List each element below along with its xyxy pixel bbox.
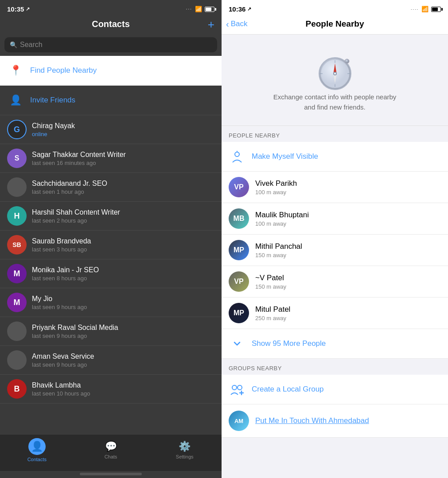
search-placeholder: Search — [20, 41, 43, 49]
invite-friends-item[interactable]: 👤 Invite Friends — [0, 86, 222, 115]
signal-dots-left: ··· — [186, 7, 192, 12]
avatar-vivek: VP — [229, 177, 249, 197]
person-item-mithil[interactable]: MP Mithil Panchal 150 m away — [222, 235, 448, 266]
avatar-priyank — [7, 321, 27, 341]
avatar-maulik: MB — [229, 208, 249, 229]
people-nearby-section-header: PEOPLE NEARBY — [222, 126, 448, 142]
contact-item-monika[interactable]: M Monika Jain - Jr SEO last seen 8 hours… — [0, 259, 222, 288]
put-me-in-touch-item[interactable]: AM Put Me In Touch With Ahmedabad — [222, 404, 448, 438]
signal-dots-right: ···· — [411, 7, 419, 12]
find-people-label: Find People Nearby — [30, 66, 97, 75]
svg-point-14 — [232, 385, 237, 390]
avatar-mithil: MP — [229, 240, 249, 260]
page-title-right: People Nearby — [229, 19, 441, 29]
invite-icon: 👤 — [7, 92, 24, 109]
person-item-mitul[interactable]: MP Mitul Patel 250 m away — [222, 298, 448, 329]
compass-icon — [315, 52, 355, 92]
make-visible-icon — [229, 148, 245, 165]
right-panel: 10:36 ↗ ···· 📶 ‹ Back People Nearby — [222, 0, 448, 478]
contact-info-sagar: Sagar Thakkar Content Writer last seen 1… — [32, 151, 126, 166]
left-status-bar: 10:35 ↗ ··· 📶 — [0, 0, 222, 16]
wifi-icon-right: 📶 — [421, 6, 429, 12]
back-button[interactable]: ‹ Back — [226, 19, 247, 29]
nav-chats[interactable]: 💬 Chats — [74, 441, 148, 459]
create-group-label: Create a Local Group — [252, 385, 324, 394]
contact-item-saurab[interactable]: SB Saurab Brandveda last seen 3 hours ag… — [0, 231, 222, 259]
svg-point-10 — [334, 73, 336, 74]
right-status-icons: ···· 📶 — [411, 6, 441, 12]
contact-info-monika: Monika Jain - Jr SEO last seen 8 hours a… — [32, 266, 99, 282]
person-item-maulik[interactable]: MB Maulik Bhuptani 100 m away — [222, 203, 448, 235]
svg-point-12 — [235, 152, 239, 157]
contacts-nav-icon: 👤 — [28, 438, 46, 455]
chats-nav-icon: 💬 — [105, 441, 117, 452]
avatar-monika: M — [7, 264, 27, 283]
left-status-icons: ··· 📶 — [186, 6, 214, 12]
contact-item-myjio[interactable]: M My Jio last seen 9 hours ago — [0, 288, 222, 317]
show-more-people-item[interactable]: Show 95 More People — [222, 329, 448, 359]
add-contact-button[interactable]: + — [208, 19, 214, 30]
left-panel: 10:35 ↗ ··· 📶 Contacts + 🔍 Search 📍 Find… — [0, 0, 222, 478]
hero-description: Exchange contact info with people nearby… — [273, 92, 397, 112]
nav-contacts[interactable]: 👤 Contacts — [0, 438, 74, 462]
people-nearby-title: PEOPLE NEARBY — [229, 132, 280, 139]
contact-info-harshil: Harshil Shah Content Writer last seen 2 … — [32, 208, 120, 224]
make-visible-item[interactable]: Make Myself Visible — [222, 142, 448, 172]
avatar-bhavik: B — [7, 379, 27, 399]
location-arrow-left: ↗ — [26, 6, 30, 12]
avatar-put-me: AM — [229, 411, 249, 431]
contact-info-priyank: Priyank Raval Social Media last seen 9 h… — [32, 324, 118, 339]
search-icon: 🔍 — [10, 41, 17, 48]
contact-item-priyank[interactable]: Priyank Raval Social Media last seen 9 h… — [0, 317, 222, 346]
groups-nearby-title: GROUPS NEARBY — [229, 365, 282, 372]
avatar-harshil: H — [7, 206, 27, 226]
groups-nearby-section-header: GROUPS NEARBY — [222, 359, 448, 375]
avatar-vpatel: VP — [229, 271, 249, 292]
show-more-label: Show 95 More People — [252, 339, 326, 348]
contact-item-bhavik[interactable]: B Bhavik Lambha last seen 10 hours ago — [0, 375, 222, 404]
contact-info-saurab: Saurab Brandveda last seen 3 hours ago — [32, 237, 91, 253]
people-nearby-list: Make Myself Visible VP Vivek Parikh 100 … — [222, 142, 448, 359]
search-bar[interactable]: 🔍 Search — [4, 37, 217, 52]
contact-info-myjio: My Jio last seen 9 hours ago — [32, 295, 87, 310]
settings-nav-label: Settings — [176, 454, 194, 459]
avatar-aman — [7, 350, 27, 370]
right-header: ‹ Back People Nearby — [222, 16, 448, 35]
battery-icon-right — [431, 7, 441, 12]
back-label: Back — [231, 20, 248, 28]
avatar-sagar: S — [7, 149, 27, 168]
person-info-mithil: Mithil Panchal 150 m away — [255, 242, 302, 259]
contact-item-sachchidanand[interactable]: Sachchidanand Jr. SEO last seen 1 hour a… — [0, 173, 222, 202]
left-header: Contacts + — [0, 16, 222, 35]
person-item-vivek[interactable]: VP Vivek Parikh 100 m away — [222, 172, 448, 203]
create-local-group-item[interactable]: Create a Local Group — [222, 375, 448, 404]
find-people-nearby-item[interactable]: 📍 Find People Nearby — [0, 56, 222, 86]
chats-nav-label: Chats — [105, 454, 117, 459]
contact-item-sagar[interactable]: S Sagar Thakkar Content Writer last seen… — [0, 144, 222, 173]
chevron-left-icon: ‹ — [226, 19, 229, 29]
svg-point-11 — [345, 59, 349, 63]
settings-nav-icon: ⚙️ — [179, 441, 191, 452]
make-visible-label: Make Myself Visible — [252, 152, 318, 161]
avatar-chirag: G — [7, 120, 27, 139]
person-info-vpatel: ~V Patel 150 m away — [255, 274, 286, 290]
right-time: 10:36 ↗ — [229, 5, 251, 13]
invite-friends-label: Invite Friends — [30, 96, 75, 105]
svg-point-15 — [238, 385, 242, 390]
contacts-menu-list: 📍 Find People Nearby 👤 Invite Friends G … — [0, 56, 222, 434]
contact-item-harshil[interactable]: H Harshil Shah Content Writer last seen … — [0, 202, 222, 231]
create-group-icon — [229, 381, 245, 398]
person-info-vivek: Vivek Parikh 100 m away — [255, 179, 297, 196]
chevron-down-icon — [229, 335, 245, 352]
nav-settings[interactable]: ⚙️ Settings — [148, 441, 222, 459]
contact-info-bhavik: Bhavik Lambha last seen 10 hours ago — [32, 381, 90, 397]
contact-info-aman: Aman Seva Service last seen 9 hours ago — [32, 353, 94, 368]
contacts-nav-label: Contacts — [27, 457, 47, 462]
right-status-bar: 10:36 ↗ ···· 📶 — [222, 0, 448, 16]
contact-item-aman[interactable]: Aman Seva Service last seen 9 hours ago — [0, 346, 222, 375]
battery-icon-left — [205, 7, 214, 12]
person-item-vpatel[interactable]: VP ~V Patel 150 m away — [222, 266, 448, 298]
contact-item-chirag[interactable]: G Chirag Nayak online — [0, 115, 222, 144]
svg-text:G: G — [14, 125, 20, 134]
left-time: 10:35 ↗ — [7, 5, 30, 13]
